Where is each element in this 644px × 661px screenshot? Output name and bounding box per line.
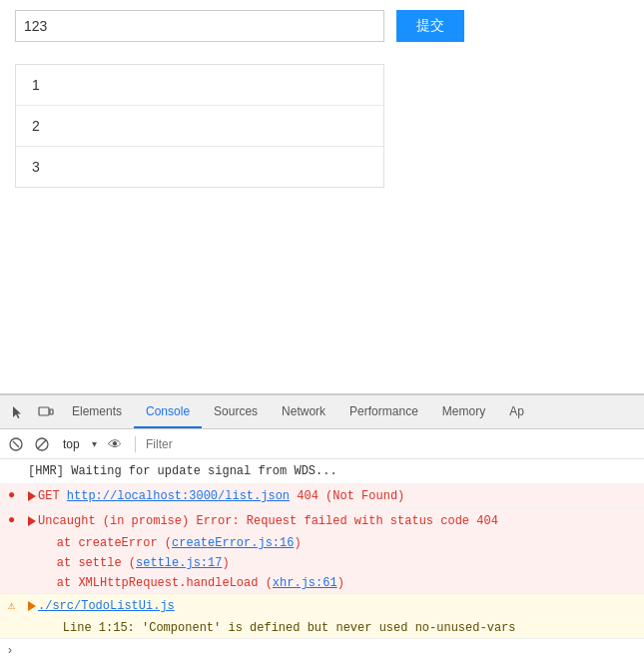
eye-icon[interactable]: 👁: [105, 434, 125, 454]
error-stack-2: at settle (settle.js:17): [8, 556, 230, 570]
warning-file: ./src/TodoListUi.js: [28, 597, 636, 615]
console-line-get-error: ● GET http://localhost:3000/list.json 40…: [0, 484, 644, 509]
tab-performance[interactable]: Performance: [337, 395, 430, 428]
tab-ap[interactable]: Ap: [497, 395, 536, 428]
svg-rect-0: [39, 407, 49, 415]
inspect-icon[interactable]: [6, 400, 30, 424]
console-line-uncaught: ● Uncaught (in promise) Error: Request f…: [0, 509, 644, 594]
svg-line-5: [38, 440, 46, 448]
list-item: 2: [16, 106, 383, 147]
text-input[interactable]: [15, 10, 384, 42]
warning-file-link[interactable]: ./src/TodoListUi.js: [38, 599, 175, 613]
console-line-warning: ⚠ ./src/TodoListUi.js Line 1:15: 'Compon…: [0, 594, 644, 639]
console-line-hmr: [HMR] Waiting for update signal from WDS…: [0, 459, 644, 484]
expand-icon[interactable]: [28, 491, 36, 501]
top-section: 提交: [0, 0, 644, 64]
tab-sources[interactable]: Sources: [202, 395, 270, 428]
clear-console-icon[interactable]: [6, 434, 26, 454]
hmr-message: [HMR] Waiting for update signal from WDS…: [28, 462, 636, 480]
error-url-link[interactable]: http://localhost:3000/list.json: [67, 489, 290, 503]
block-icon[interactable]: [32, 434, 52, 454]
warning-message: Line 1:15: 'Component' is defined but ne…: [8, 621, 515, 635]
settle-link[interactable]: settle.js:17: [136, 556, 222, 570]
console-prompt: ›: [0, 639, 644, 661]
filter-input[interactable]: [146, 437, 638, 451]
uncaught-error-main: Uncaught (in promise) Error: Request fai…: [28, 512, 498, 530]
list-item: 1: [16, 65, 383, 106]
device-toolbar-icon[interactable]: [34, 400, 58, 424]
error-stack-3: at XMLHttpRequest.handleLoad (xhr.js:61): [8, 576, 344, 590]
context-select-wrap[interactable]: top ▾: [58, 433, 99, 455]
warning-icon: ⚠: [8, 598, 22, 613]
console-output: [HMR] Waiting for update signal from WDS…: [0, 459, 644, 639]
list-section: 1 2 3: [15, 64, 384, 188]
tab-elements[interactable]: Elements: [60, 395, 134, 428]
error-stack-1: at createError (createError.js:16): [8, 536, 302, 550]
tab-network[interactable]: Network: [270, 395, 337, 428]
error-icon-2: ●: [8, 513, 22, 527]
warning-expand-icon[interactable]: [28, 601, 36, 611]
console-prompt-input[interactable]: [16, 643, 636, 657]
submit-button[interactable]: 提交: [396, 10, 464, 42]
expand-icon-2[interactable]: [28, 516, 36, 526]
svg-rect-1: [50, 409, 53, 414]
prompt-arrow-icon: ›: [8, 643, 12, 657]
list-item: 3: [16, 147, 383, 187]
devtools-panel: Elements Console Sources Network Perform…: [0, 393, 644, 661]
context-select[interactable]: top: [58, 433, 99, 455]
filter-divider: [135, 436, 136, 452]
input-row: 提交: [15, 10, 629, 42]
tab-console[interactable]: Console: [134, 395, 202, 428]
devtools-tabs: Elements Console Sources Network Perform…: [60, 395, 536, 428]
xhr-link[interactable]: xhr.js:61: [273, 576, 337, 590]
error-icon-1: ●: [8, 488, 22, 502]
svg-line-3: [13, 441, 19, 447]
console-bar: top ▾ 👁: [0, 429, 644, 459]
devtools-toolbar: Elements Console Sources Network Perform…: [0, 395, 644, 429]
create-error-link[interactable]: createError.js:16: [172, 536, 294, 550]
get-error-message: GET http://localhost:3000/list.json 404 …: [28, 487, 636, 505]
tab-memory[interactable]: Memory: [430, 395, 497, 428]
